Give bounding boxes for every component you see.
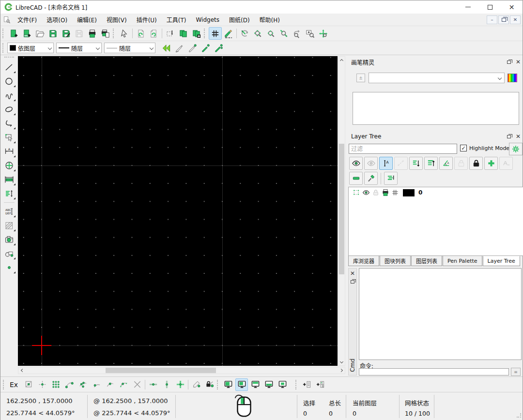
line-type-combo[interactable]: 随层 — [56, 43, 102, 53]
undo-button[interactable] — [134, 27, 147, 40]
menu-drawings[interactable]: 图纸(D) — [224, 14, 255, 26]
mdi-minimize-button[interactable]: – — [487, 15, 497, 24]
copy-button[interactable] — [177, 27, 190, 40]
hatch-tool-button[interactable] — [2, 219, 16, 232]
open-file-button[interactable] — [33, 27, 46, 40]
construction-layer-button[interactable] — [394, 157, 408, 170]
toolbar-grip[interactable] — [2, 29, 6, 38]
layer-list-view-button[interactable] — [384, 172, 398, 185]
set-relative-zero-button[interactable] — [190, 378, 202, 391]
toolbar-grip[interactable] — [4, 57, 14, 59]
point-tool-button[interactable] — [2, 261, 16, 274]
command-input[interactable] — [359, 368, 509, 375]
show-all-layers-button[interactable] — [349, 157, 363, 170]
snap-middle-button[interactable] — [104, 378, 116, 391]
close-panel-icon[interactable]: ✕ — [516, 134, 521, 139]
snap-intersection-button[interactable] — [131, 378, 143, 391]
resize-grip-icon[interactable] — [517, 412, 522, 420]
zoom-window-button[interactable] — [304, 27, 317, 40]
dimension-tool-button[interactable]: A — [2, 145, 16, 158]
grid-toggle-button[interactable] — [209, 27, 222, 40]
dock-area-top-button[interactable] — [249, 378, 262, 391]
scrollbar-thumb[interactable] — [339, 144, 344, 274]
toolbar-grip[interactable] — [204, 29, 207, 38]
snap-on-entity-button[interactable] — [77, 378, 89, 391]
select-tool-button[interactable] — [2, 131, 16, 144]
back-button[interactable] — [160, 42, 173, 54]
restrict-nothing-button[interactable] — [174, 378, 186, 391]
layer-row[interactable]: 0 — [349, 187, 523, 198]
horizontal-scrollbar[interactable] — [18, 367, 345, 374]
menu-help[interactable]: 帮助(H) — [255, 14, 285, 26]
apply-pen-button[interactable] — [199, 42, 212, 54]
sort-layers-top-button[interactable] — [424, 157, 438, 170]
lock-relative-zero-button[interactable] — [203, 378, 216, 391]
edit-layer-button[interactable] — [364, 172, 378, 185]
menu-tools[interactable]: 工具(T) — [162, 14, 191, 26]
redraw-button[interactable] — [238, 27, 251, 40]
layer-print-toggle[interactable] — [381, 188, 390, 197]
text-tool-button[interactable]: ABCDEF — [2, 205, 16, 218]
layer-filter-input[interactable] — [349, 144, 457, 154]
tab-block-list[interactable]: 图块列表 — [380, 256, 411, 266]
dock-area-main-button[interactable] — [235, 378, 248, 391]
unlock-all-layers-button[interactable] — [454, 157, 468, 170]
snap-endpoints-button[interactable] — [63, 378, 76, 391]
tab-library-browser[interactable]: 库浏览器 — [348, 256, 379, 266]
layer-lock-toggle[interactable] — [371, 188, 381, 197]
restrict-horizontal-button[interactable] — [147, 378, 159, 391]
close-button[interactable]: ✕ — [501, 0, 523, 14]
tab-layer-tree[interactable]: Layer Tree — [483, 256, 520, 266]
remove-layer-button[interactable] — [349, 172, 363, 185]
angle-layers-button[interactable]: A — [439, 157, 453, 170]
cut-button[interactable] — [164, 27, 177, 40]
menu-widgets[interactable]: Widgets — [191, 15, 224, 25]
circle-tool-button[interactable] — [2, 75, 16, 88]
dock-area-left-button[interactable] — [222, 378, 234, 391]
pen-wizard-list[interactable] — [353, 92, 519, 125]
add-layer-button[interactable] — [484, 157, 498, 170]
scrollbar-thumb[interactable] — [106, 368, 216, 373]
add-options-widget-button[interactable] — [314, 378, 326, 391]
minimize-button[interactable] — [457, 0, 479, 14]
drawing-canvas[interactable] — [18, 56, 338, 366]
print-preview-button[interactable] — [99, 27, 112, 40]
scroll-right-icon[interactable] — [338, 367, 345, 374]
toolbar-grip[interactable] — [2, 43, 6, 53]
pick-pen-attributes-button[interactable] — [186, 42, 199, 54]
save-as-button[interactable] — [60, 27, 73, 40]
layer-grid-toggle[interactable] — [390, 188, 400, 197]
ellipse-tool-button[interactable] — [2, 103, 16, 116]
close-panel-icon[interactable]: ✕ — [350, 270, 355, 276]
modify-tool-button[interactable] — [2, 159, 16, 172]
toolbar-grip[interactable] — [113, 29, 116, 38]
polyline-tool-button[interactable] — [2, 117, 16, 130]
layer-color-combo[interactable]: 依图层 — [7, 43, 54, 53]
print-button[interactable] — [86, 27, 99, 40]
menu-options[interactable]: 选项(O) — [42, 14, 72, 26]
hide-all-layers-button[interactable] — [364, 157, 378, 170]
paste-button[interactable] — [190, 27, 203, 40]
redo-button[interactable] — [147, 27, 160, 40]
float-panel-icon[interactable] — [507, 135, 511, 138]
float-panel-icon[interactable] — [351, 280, 354, 284]
highlight-mode-checkbox[interactable]: ✓ — [460, 145, 467, 151]
zoom-in-button[interactable] — [251, 27, 264, 40]
scroll-down-icon[interactable] — [338, 359, 345, 365]
close-panel-icon[interactable]: ✕ — [516, 59, 521, 65]
zoom-out-button[interactable] — [264, 27, 277, 40]
draft-mode-button[interactable] — [222, 27, 235, 40]
line-tool-button[interactable] — [2, 60, 16, 74]
spline-tool-button[interactable] — [2, 89, 16, 102]
select-pointer-button[interactable] — [118, 27, 131, 40]
new-from-template-button[interactable] — [20, 27, 33, 40]
toolbar-grip[interactable] — [295, 380, 299, 390]
new-document-button[interactable] — [7, 27, 20, 40]
line-width-combo[interactable]: 随层 — [104, 43, 155, 53]
menu-plugins[interactable]: 插件(U) — [132, 14, 162, 26]
lock-all-layers-button[interactable] — [469, 157, 483, 170]
snap-center-button[interactable] — [90, 378, 103, 391]
layer-color-swatch[interactable] — [403, 189, 415, 196]
rename-layer-button[interactable] — [499, 157, 513, 170]
dock-area-floating-button[interactable] — [276, 378, 289, 391]
